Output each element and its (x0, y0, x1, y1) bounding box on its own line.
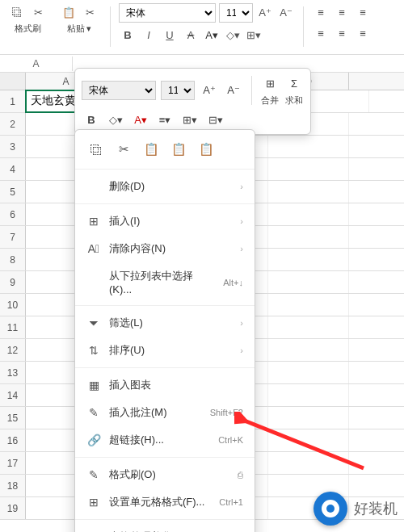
context-menu-item[interactable]: ⇅排序(U)› (75, 337, 255, 364)
cell[interactable] (268, 271, 349, 293)
cell[interactable] (268, 181, 349, 203)
row-header[interactable]: 12 (0, 339, 26, 361)
mini-align-button[interactable]: ≡▾ (155, 110, 175, 129)
mini-font-color-button[interactable]: A▾ (131, 110, 150, 129)
row-header[interactable]: 16 (0, 429, 26, 451)
cell[interactable] (268, 158, 349, 180)
format-painter-label[interactable]: 格式刷 (15, 23, 41, 35)
decrease-font-icon[interactable]: A⁻ (277, 3, 295, 21)
cell[interactable] (268, 203, 349, 225)
border-button[interactable]: ⊞▾ (245, 26, 263, 44)
paste-icon[interactable]: 📋 (60, 3, 78, 21)
row-header[interactable]: 17 (0, 452, 26, 474)
row-header[interactable]: 7 (0, 226, 26, 248)
context-menu-item[interactable]: 🔗超链接(H)...Ctrl+K (75, 426, 255, 454)
mini-format-button[interactable]: ⊟▾ (205, 110, 226, 129)
chevron-right-icon: › (240, 346, 243, 355)
mini-font-size-select[interactable]: 11 (161, 81, 195, 100)
row-header[interactable]: 13 (0, 362, 26, 383)
cell[interactable] (268, 249, 349, 270)
cell[interactable] (268, 294, 349, 316)
context-menu-item[interactable]: A⃠清除内容(N)› (75, 235, 255, 262)
name-box[interactable]: A (0, 57, 73, 71)
cell[interactable] (268, 429, 349, 451)
fill-color-button[interactable]: ◇▾ (224, 26, 242, 44)
mini-decrease-font-icon[interactable]: A⁻ (224, 81, 243, 100)
font-color-button[interactable]: A▾ (203, 26, 221, 44)
context-menu-item[interactable]: ✎插入批注(M)Shift+F2 (75, 399, 255, 426)
mini-border-button[interactable]: ⊞▾ (179, 110, 200, 129)
align-middle-icon[interactable]: ≡ (333, 3, 351, 21)
menu-item-icon: ⇅ (86, 343, 101, 358)
row-header[interactable]: 2 (0, 113, 26, 135)
align-top-icon[interactable]: ≡ (312, 3, 330, 21)
row-header[interactable]: 1 (0, 90, 26, 112)
font-name-select[interactable]: 宋体 (119, 3, 216, 23)
row-header[interactable]: 8 (0, 249, 26, 270)
context-menu-clipboard-row: ⿻ ✂ 📋 📋 📋 (75, 135, 255, 165)
copy-icon[interactable]: ⿻ (86, 140, 106, 159)
paste-special-icon[interactable]: 📋 (169, 140, 188, 159)
copy-icon[interactable]: ⿻ (8, 3, 26, 21)
sum-label[interactable]: 求和 (285, 94, 303, 107)
menu-item-shortcut: Alt+↓ (223, 278, 243, 287)
font-size-select[interactable]: 11 (219, 3, 253, 23)
align-bottom-icon[interactable]: ≡ (354, 3, 372, 21)
context-menu-item[interactable]: ▦表格整理美化 (75, 523, 255, 532)
context-menu-item[interactable]: ⏷筛选(L)› (75, 309, 255, 337)
format-painter-icon[interactable]: ✂ (29, 3, 47, 21)
cell[interactable] (268, 384, 349, 406)
autosum-icon[interactable]: Σ (284, 73, 304, 93)
context-menu-item[interactable]: 删除(D)› (75, 173, 255, 200)
row-header[interactable]: 19 (0, 497, 26, 519)
strike-button[interactable]: A (182, 26, 200, 44)
menu-item-icon: ✎ (86, 467, 101, 482)
row-header[interactable]: 11 (0, 316, 26, 338)
row-header[interactable]: 18 (0, 475, 26, 496)
row-header[interactable]: 4 (0, 158, 26, 180)
row-header[interactable]: 6 (0, 203, 26, 225)
cut-icon[interactable]: ✂ (114, 140, 133, 159)
align-right-icon[interactable]: ≡ (354, 24, 372, 42)
row-header[interactable]: 3 (0, 136, 26, 157)
format-painter-pin-icon[interactable]: ⎙ (238, 470, 243, 480)
context-menu-item[interactable]: ⊞插入(I)› (75, 207, 255, 235)
ribbon-group-align: ≡ ≡ ≡ ≡ ≡ ≡ (312, 3, 372, 42)
mini-fill-button[interactable]: ◇▾ (106, 110, 126, 129)
context-menu-item[interactable]: ▦插入图表 (75, 371, 255, 399)
cell[interactable] (268, 452, 349, 474)
row-header[interactable]: 9 (0, 271, 26, 293)
menu-item-label: 超链接(H)... (109, 433, 210, 447)
cell[interactable] (268, 362, 349, 383)
align-left-icon[interactable]: ≡ (312, 24, 330, 42)
cell[interactable] (268, 407, 349, 429)
row-header[interactable]: 5 (0, 181, 26, 203)
cell[interactable] (268, 339, 349, 361)
select-all-corner[interactable] (0, 73, 26, 90)
mini-increase-font-icon[interactable]: A⁺ (200, 81, 219, 100)
divider (75, 457, 255, 458)
paste-icon[interactable]: 📋 (141, 140, 161, 159)
cell[interactable] (268, 226, 349, 248)
paste-values-icon[interactable]: 📋 (196, 140, 216, 159)
cell[interactable] (268, 136, 349, 157)
mini-bold-button[interactable]: B (82, 110, 101, 129)
merge-label[interactable]: 合并 (261, 94, 279, 107)
bold-button[interactable]: B (119, 26, 137, 44)
italic-button[interactable]: I (140, 26, 158, 44)
increase-font-icon[interactable]: A⁺ (256, 3, 274, 21)
mini-font-name-select[interactable]: 宋体 (82, 81, 156, 100)
underline-button[interactable]: U (161, 26, 179, 44)
context-menu-item[interactable]: ✎格式刷(O)⎙ (75, 461, 255, 488)
row-header[interactable]: 10 (0, 294, 26, 316)
row-header[interactable]: 15 (0, 407, 26, 429)
cut-icon[interactable]: ✂ (81, 3, 99, 21)
cell[interactable] (268, 316, 349, 338)
align-center-icon[interactable]: ≡ (333, 24, 351, 42)
context-menu-item[interactable]: ⊞设置单元格格式(F)...Ctrl+1 (75, 488, 255, 516)
paste-label[interactable]: 粘贴▾ (67, 23, 91, 35)
watermark: 好装机 (314, 492, 398, 526)
row-header[interactable]: 14 (0, 384, 26, 406)
merge-cells-icon[interactable]: ⊞ (260, 73, 280, 93)
context-menu-item[interactable]: 从下拉列表中选择(K)...Alt+↓ (75, 262, 255, 302)
